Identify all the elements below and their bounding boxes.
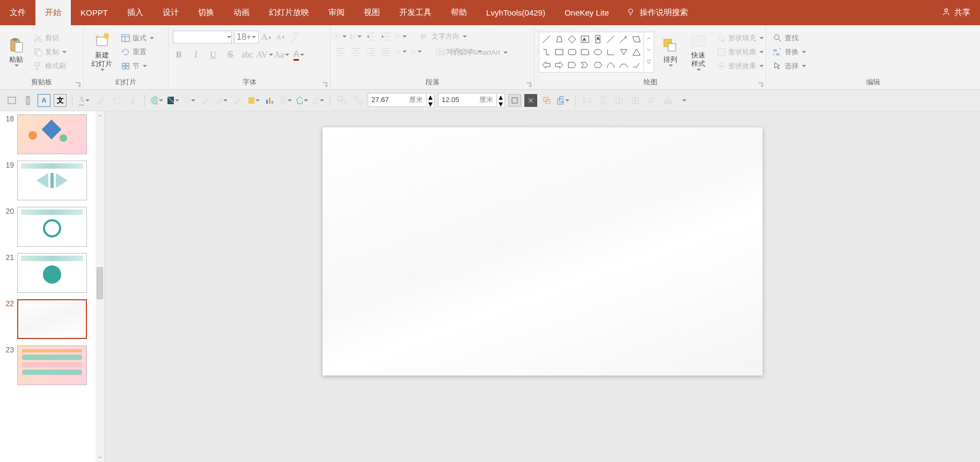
- tab-insert[interactable]: 插入: [118, 0, 153, 25]
- font-launcher[interactable]: [321, 81, 328, 87]
- tb-distribute-v-icon[interactable]: [597, 94, 610, 107]
- tab-onekey-lite[interactable]: OneKey Lite: [555, 0, 619, 25]
- tb-pen-icon[interactable]: [215, 94, 228, 107]
- tb-font-color-icon[interactable]: A: [78, 94, 91, 107]
- tb-same-size-icon[interactable]: [629, 94, 642, 107]
- tb-circle-fill-icon[interactable]: [150, 94, 163, 107]
- tb-rotate-icon[interactable]: [110, 94, 123, 107]
- section-button[interactable]: 节: [119, 60, 156, 72]
- copy-button[interactable]: 复制: [31, 46, 69, 58]
- width-input[interactable]: 27.67厘米: [368, 93, 427, 107]
- tb-eyedropper3-icon[interactable]: [231, 94, 244, 107]
- justify-button[interactable]: [380, 46, 392, 57]
- slide-thumb-20[interactable]: 20: [0, 204, 104, 250]
- tb-shape-icon[interactable]: [295, 94, 308, 107]
- tb-letter-a-button[interactable]: A: [38, 94, 50, 107]
- tb-lock-aspect-icon[interactable]: [508, 94, 521, 107]
- slide-panel-scrollbar[interactable]: [96, 111, 104, 462]
- scroll-thumb[interactable]: [97, 267, 103, 299]
- bullets-button[interactable]: [335, 31, 347, 42]
- arrange-button[interactable]: 排列: [659, 37, 682, 67]
- tb-bars-icon[interactable]: [661, 94, 674, 107]
- strikethrough-button[interactable]: S: [224, 49, 236, 61]
- tb-close-icon[interactable]: [524, 94, 537, 107]
- slide-thumbnails-panel[interactable]: 18 19 20: [0, 111, 105, 462]
- tb-more-icon[interactable]: [677, 94, 690, 107]
- font-size-combo[interactable]: 18+: [234, 31, 259, 44]
- tb-eyedropper2-icon[interactable]: [199, 94, 211, 107]
- convert-smartart-button[interactable]: 转换为 SmartArt: [436, 47, 510, 59]
- decrease-font-size-button[interactable]: A▼: [275, 31, 287, 43]
- columns-button[interactable]: [410, 46, 422, 57]
- line-spacing-button[interactable]: [395, 31, 407, 42]
- shape-outline-button[interactable]: 形状轮廓: [714, 46, 766, 58]
- tb-pin-icon[interactable]: [126, 94, 139, 107]
- width-spinner[interactable]: ▴▾: [427, 93, 435, 108]
- tb-swap-icon[interactable]: [645, 94, 658, 107]
- format-painter-button[interactable]: 格式刷: [31, 60, 69, 72]
- increase-indent-button[interactable]: [380, 31, 392, 42]
- slide-canvas-area[interactable]: [105, 111, 980, 462]
- align-right-button[interactable]: [365, 46, 377, 57]
- find-button[interactable]: 查找: [771, 32, 808, 44]
- tab-animation[interactable]: 动画: [224, 0, 259, 25]
- bold-button[interactable]: B: [173, 49, 185, 61]
- tb-align-objects-icon[interactable]: [613, 94, 626, 107]
- slide-thumb-19[interactable]: 19: [0, 157, 104, 204]
- slide-thumb-21[interactable]: 21: [0, 250, 104, 296]
- shapes-gallery-scroll[interactable]: [644, 32, 654, 73]
- tb-eyedropper-icon[interactable]: [94, 94, 107, 107]
- tb-textbox-icon[interactable]: [5, 94, 18, 107]
- slide-thumb-18[interactable]: 18: [0, 111, 104, 157]
- numbering-button[interactable]: 123: [350, 31, 362, 42]
- tb-group-icon[interactable]: [335, 94, 348, 107]
- current-slide[interactable]: [323, 127, 763, 376]
- tab-help[interactable]: 帮助: [441, 0, 477, 25]
- shape-effects-button[interactable]: 形状效果: [714, 60, 766, 72]
- tab-koppt[interactable]: KOPPT: [71, 0, 118, 25]
- clear-formatting-button[interactable]: [289, 31, 301, 43]
- underline-button[interactable]: U: [207, 49, 219, 61]
- shapes-gallery[interactable]: A A: [539, 32, 644, 73]
- slide-thumb-22[interactable]: 22: [0, 296, 104, 342]
- tab-home[interactable]: 开始: [35, 0, 71, 25]
- replace-button[interactable]: abac替换: [771, 46, 808, 58]
- tb-chart-icon[interactable]: [263, 94, 276, 107]
- tb-mountain-icon[interactable]: [311, 94, 324, 107]
- tb-align-icon[interactable]: [21, 94, 34, 107]
- tb-stack-icon[interactable]: [557, 94, 569, 107]
- tab-review[interactable]: 审阅: [319, 0, 354, 25]
- tab-lvyhtools[interactable]: LvyhTools(0429): [477, 0, 555, 25]
- height-input[interactable]: 12.05厘米: [438, 93, 497, 107]
- tb-theme-color-icon[interactable]: [166, 94, 179, 107]
- select-button[interactable]: 选择: [771, 60, 808, 72]
- text-shadow-button[interactable]: abc: [242, 49, 253, 61]
- paste-button[interactable]: 粘贴: [4, 37, 28, 67]
- tb-donut-icon[interactable]: [279, 94, 292, 107]
- tab-file[interactable]: 文件: [0, 0, 35, 25]
- share-button[interactable]: 共享: [932, 7, 980, 18]
- increase-font-size-button[interactable]: A▲: [261, 31, 273, 43]
- change-case-button[interactable]: Aa: [276, 49, 288, 61]
- tb-bucket-icon[interactable]: [182, 94, 195, 107]
- layout-button[interactable]: 版式: [119, 32, 156, 44]
- distribute-button[interactable]: [395, 46, 407, 57]
- text-direction-button[interactable]: ||A 文字方向: [418, 31, 469, 42]
- tb-highlight-icon[interactable]: [247, 94, 260, 107]
- paragraph-launcher[interactable]: [525, 81, 532, 87]
- new-slide-button[interactable]: 新建 幻灯片: [88, 33, 115, 71]
- slide-thumb-23[interactable]: 23: [0, 342, 104, 388]
- character-spacing-button[interactable]: AV: [259, 49, 270, 61]
- tell-me-search[interactable]: 操作说明搜索: [618, 7, 696, 18]
- tab-transition[interactable]: 切换: [188, 0, 224, 25]
- tb-copy-shape-icon[interactable]: [540, 94, 553, 107]
- reset-button[interactable]: 重置: [119, 46, 156, 58]
- tab-slideshow[interactable]: 幻灯片放映: [259, 0, 319, 25]
- tb-distribute-h-icon[interactable]: [581, 94, 594, 107]
- font-name-combo[interactable]: [173, 31, 232, 44]
- tb-ungroup-icon[interactable]: [352, 94, 364, 107]
- clipboard-launcher[interactable]: [75, 81, 81, 87]
- tb-letter-wen-button[interactable]: 文: [54, 94, 67, 107]
- height-spinner[interactable]: ▴▾: [497, 93, 505, 108]
- font-color-button[interactable]: A: [293, 49, 305, 61]
